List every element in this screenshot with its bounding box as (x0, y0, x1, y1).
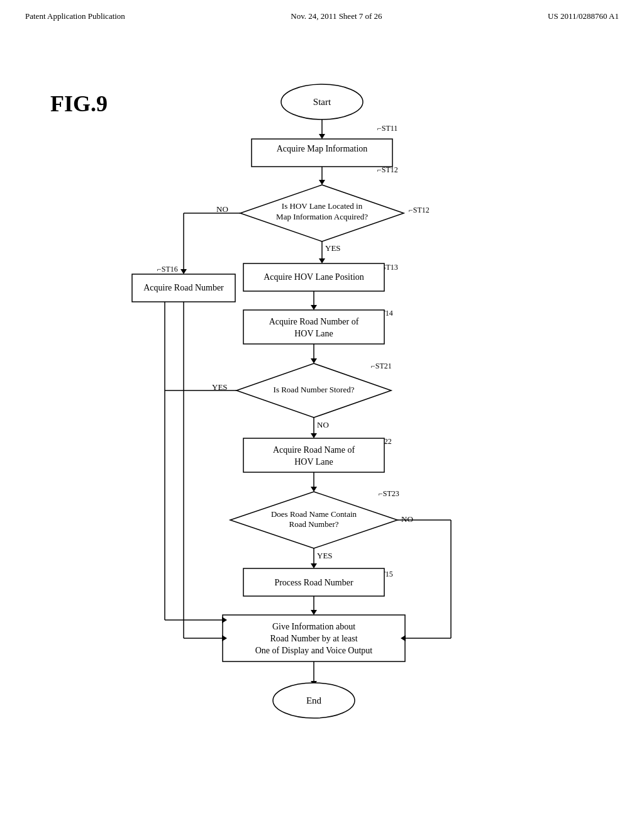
flowchart-svg: Start ⌐ST11 Acquire Map Information ⌐ST1… (102, 78, 542, 807)
svg-text:Road Number by at least: Road Number by at least (270, 634, 357, 643)
svg-text:Give Information about: Give Information about (272, 622, 355, 631)
svg-marker-66 (180, 269, 187, 274)
figure-label: FIG.9 (50, 91, 108, 117)
svg-marker-17 (319, 258, 325, 263)
svg-text:Does Road Name Contain: Does Road Name Contain (271, 509, 357, 519)
svg-rect-37 (243, 438, 384, 472)
svg-text:⌐ST23: ⌐ST23 (379, 489, 399, 498)
svg-marker-9 (319, 180, 325, 185)
svg-text:NO: NO (401, 514, 413, 524)
svg-text:YES: YES (325, 243, 341, 253)
svg-text:Acquire Map Information: Acquire Map Information (277, 144, 368, 153)
svg-text:NO: NO (317, 420, 329, 429)
svg-text:Is HOV Lane Located in: Is HOV Lane Located in (282, 201, 363, 211)
svg-text:YES: YES (317, 551, 333, 560)
svg-text:Map Information Acquired?: Map Information Acquired? (276, 212, 368, 221)
svg-text:HOV Lane: HOV Lane (294, 329, 333, 338)
svg-text:End: End (306, 695, 322, 706)
svg-rect-24 (243, 310, 384, 344)
page-content: FIG.9 Start ⌐ST11 Acquire Map Informatio… (0, 28, 644, 820)
svg-text:Acquire HOV Lane Position: Acquire HOV Lane Position (264, 272, 364, 282)
svg-text:Acquire Road Number: Acquire Road Number (143, 283, 224, 292)
svg-text:⌐ST11: ⌐ST11 (377, 124, 397, 133)
svg-text:HOV Lane: HOV Lane (294, 457, 333, 467)
header-right: US 2011/0288760 A1 (548, 11, 619, 21)
header-middle: Nov. 24, 2011 Sheet 7 of 26 (291, 11, 382, 21)
svg-text:Acquire Road Name of: Acquire Road Name of (273, 445, 355, 455)
svg-text:⌐ST12: ⌐ST12 (409, 206, 430, 214)
svg-text:Process Road Number: Process Road Number (274, 578, 353, 587)
flowchart: Start ⌐ST11 Acquire Map Information ⌐ST1… (102, 78, 542, 807)
header-left: Patent Application Publication (25, 11, 125, 21)
svg-marker-35 (311, 433, 317, 438)
svg-text:⌐ST21: ⌐ST21 (371, 362, 392, 370)
svg-marker-28 (311, 358, 317, 363)
svg-text:⌐ST12: ⌐ST12 (377, 165, 398, 174)
svg-text:NO: NO (216, 204, 228, 214)
svg-text:Start: Start (313, 97, 331, 107)
svg-text:Acquire Road Number of: Acquire Road Number of (269, 317, 359, 326)
svg-marker-41 (311, 487, 317, 492)
svg-text:One of Display and Voice Outpu: One of Display and Voice Output (255, 646, 373, 655)
svg-marker-22 (311, 305, 317, 310)
svg-text:Is Road Number Stored?: Is Road Number Stored? (274, 385, 355, 394)
page-header: Patent Application Publication Nov. 24, … (0, 0, 644, 28)
svg-marker-49 (311, 563, 317, 568)
svg-marker-54 (311, 610, 317, 615)
svg-marker-4 (319, 134, 325, 139)
svg-text:⌐ST16: ⌐ST16 (157, 265, 178, 274)
svg-text:Road Number?: Road Number? (289, 519, 338, 529)
